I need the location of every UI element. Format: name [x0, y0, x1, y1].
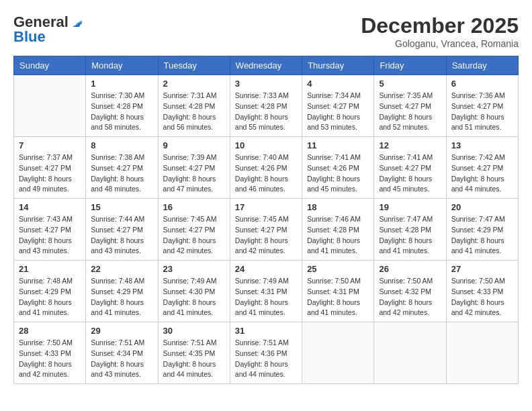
day-number: 29 [91, 326, 152, 336]
column-header-sunday: Sunday [14, 56, 86, 75]
calendar-cell: 7Sunrise: 7:37 AM Sunset: 4:27 PM Daylig… [14, 137, 86, 199]
calendar-cell: 11Sunrise: 7:41 AM Sunset: 4:26 PM Dayli… [302, 137, 374, 199]
logo: General Blue [13, 13, 85, 46]
calendar-cell: 9Sunrise: 7:39 AM Sunset: 4:27 PM Daylig… [158, 137, 230, 199]
day-info: Sunrise: 7:47 AM Sunset: 4:29 PM Dayligh… [451, 214, 513, 257]
calendar-table: SundayMondayTuesdayWednesdayThursdayFrid… [13, 56, 519, 384]
day-info: Sunrise: 7:41 AM Sunset: 4:27 PM Dayligh… [379, 152, 441, 195]
day-number: 5 [379, 79, 441, 89]
day-info: Sunrise: 7:33 AM Sunset: 4:28 PM Dayligh… [235, 91, 297, 133]
day-number: 16 [163, 202, 225, 212]
calendar-cell: 1Sunrise: 7:30 AM Sunset: 4:28 PM Daylig… [86, 75, 158, 137]
day-info: Sunrise: 7:43 AM Sunset: 4:27 PM Dayligh… [19, 214, 81, 257]
day-info: Sunrise: 7:31 AM Sunset: 4:28 PM Dayligh… [163, 91, 225, 133]
day-number: 27 [451, 264, 513, 274]
column-header-monday: Monday [86, 56, 158, 75]
day-number: 1 [91, 79, 152, 89]
day-info: Sunrise: 7:51 AM Sunset: 4:34 PM Dayligh… [91, 338, 152, 380]
day-info: Sunrise: 7:45 AM Sunset: 4:27 PM Dayligh… [163, 214, 225, 257]
column-header-friday: Friday [374, 56, 446, 75]
calendar-cell: 4Sunrise: 7:34 AM Sunset: 4:27 PM Daylig… [302, 75, 374, 137]
day-info: Sunrise: 7:49 AM Sunset: 4:31 PM Dayligh… [235, 276, 297, 318]
week-row-1: 1Sunrise: 7:30 AM Sunset: 4:28 PM Daylig… [14, 75, 519, 137]
calendar-cell [374, 322, 446, 384]
day-info: Sunrise: 7:48 AM Sunset: 4:29 PM Dayligh… [91, 276, 152, 318]
day-number: 28 [19, 326, 81, 336]
logo-blue: Blue [13, 28, 46, 46]
calendar-cell: 22Sunrise: 7:48 AM Sunset: 4:29 PM Dayli… [86, 261, 158, 322]
day-info: Sunrise: 7:34 AM Sunset: 4:27 PM Dayligh… [307, 91, 369, 133]
calendar-cell: 18Sunrise: 7:46 AM Sunset: 4:28 PM Dayli… [302, 199, 374, 261]
day-number: 6 [451, 79, 513, 89]
day-number: 17 [235, 202, 297, 212]
day-info: Sunrise: 7:46 AM Sunset: 4:28 PM Dayligh… [307, 214, 369, 257]
day-info: Sunrise: 7:51 AM Sunset: 4:36 PM Dayligh… [235, 338, 297, 380]
calendar-cell: 3Sunrise: 7:33 AM Sunset: 4:28 PM Daylig… [230, 75, 302, 137]
day-info: Sunrise: 7:50 AM Sunset: 4:32 PM Dayligh… [379, 276, 441, 318]
day-info: Sunrise: 7:42 AM Sunset: 4:27 PM Dayligh… [451, 152, 513, 195]
day-number: 22 [91, 264, 152, 274]
day-info: Sunrise: 7:41 AM Sunset: 4:26 PM Dayligh… [307, 152, 369, 195]
calendar-cell: 16Sunrise: 7:45 AM Sunset: 4:27 PM Dayli… [158, 199, 230, 261]
calendar-cell [446, 322, 518, 384]
day-number: 8 [91, 140, 152, 150]
day-number: 15 [91, 202, 152, 212]
day-number: 20 [451, 202, 513, 212]
day-info: Sunrise: 7:47 AM Sunset: 4:28 PM Dayligh… [379, 214, 441, 257]
calendar-cell: 25Sunrise: 7:50 AM Sunset: 4:31 PM Dayli… [302, 261, 374, 322]
day-number: 12 [379, 140, 441, 150]
calendar-cell: 10Sunrise: 7:40 AM Sunset: 4:26 PM Dayli… [230, 137, 302, 199]
day-number: 23 [163, 264, 225, 274]
day-number: 31 [235, 326, 297, 336]
day-info: Sunrise: 7:51 AM Sunset: 4:35 PM Dayligh… [163, 338, 225, 380]
calendar-cell: 2Sunrise: 7:31 AM Sunset: 4:28 PM Daylig… [158, 75, 230, 137]
calendar-cell: 14Sunrise: 7:43 AM Sunset: 4:27 PM Dayli… [14, 199, 86, 261]
svg-marker-1 [75, 20, 82, 24]
day-info: Sunrise: 7:48 AM Sunset: 4:29 PM Dayligh… [19, 276, 81, 318]
column-header-saturday: Saturday [446, 56, 518, 75]
page-header: General Blue December 2025 Gologanu, Vra… [13, 13, 519, 49]
day-info: Sunrise: 7:50 AM Sunset: 4:33 PM Dayligh… [19, 338, 81, 380]
week-row-5: 28Sunrise: 7:50 AM Sunset: 4:33 PM Dayli… [14, 322, 519, 384]
logo-icon [70, 15, 85, 30]
calendar-header-row: SundayMondayTuesdayWednesdayThursdayFrid… [14, 56, 519, 75]
day-number: 11 [307, 140, 369, 150]
day-info: Sunrise: 7:45 AM Sunset: 4:27 PM Dayligh… [235, 214, 297, 257]
day-info: Sunrise: 7:49 AM Sunset: 4:30 PM Dayligh… [163, 276, 225, 318]
title-block: December 2025 Gologanu, Vrancea, Romania [361, 13, 519, 49]
column-header-thursday: Thursday [302, 56, 374, 75]
month-title: December 2025 [361, 13, 519, 38]
day-info: Sunrise: 7:50 AM Sunset: 4:33 PM Dayligh… [451, 276, 513, 318]
calendar-cell: 24Sunrise: 7:49 AM Sunset: 4:31 PM Dayli… [230, 261, 302, 322]
day-info: Sunrise: 7:44 AM Sunset: 4:27 PM Dayligh… [91, 214, 152, 257]
calendar-cell: 19Sunrise: 7:47 AM Sunset: 4:28 PM Dayli… [374, 199, 446, 261]
day-info: Sunrise: 7:40 AM Sunset: 4:26 PM Dayligh… [235, 152, 297, 195]
day-info: Sunrise: 7:36 AM Sunset: 4:27 PM Dayligh… [451, 91, 513, 133]
calendar-cell: 30Sunrise: 7:51 AM Sunset: 4:35 PM Dayli… [158, 322, 230, 384]
day-number: 4 [307, 79, 369, 89]
day-info: Sunrise: 7:38 AM Sunset: 4:27 PM Dayligh… [91, 152, 152, 195]
day-info: Sunrise: 7:35 AM Sunset: 4:27 PM Dayligh… [379, 91, 441, 133]
calendar-cell: 29Sunrise: 7:51 AM Sunset: 4:34 PM Dayli… [86, 322, 158, 384]
location: Gologanu, Vrancea, Romania [361, 38, 519, 49]
day-number: 18 [307, 202, 369, 212]
calendar-cell: 26Sunrise: 7:50 AM Sunset: 4:32 PM Dayli… [374, 261, 446, 322]
calendar-cell [14, 75, 86, 137]
week-row-3: 14Sunrise: 7:43 AM Sunset: 4:27 PM Dayli… [14, 199, 519, 261]
calendar-cell: 5Sunrise: 7:35 AM Sunset: 4:27 PM Daylig… [374, 75, 446, 137]
calendar-cell: 6Sunrise: 7:36 AM Sunset: 4:27 PM Daylig… [446, 75, 518, 137]
calendar-cell: 31Sunrise: 7:51 AM Sunset: 4:36 PM Dayli… [230, 322, 302, 384]
calendar-cell: 27Sunrise: 7:50 AM Sunset: 4:33 PM Dayli… [446, 261, 518, 322]
calendar-cell: 13Sunrise: 7:42 AM Sunset: 4:27 PM Dayli… [446, 137, 518, 199]
calendar-cell [302, 322, 374, 384]
day-info: Sunrise: 7:30 AM Sunset: 4:28 PM Dayligh… [91, 91, 152, 133]
week-row-2: 7Sunrise: 7:37 AM Sunset: 4:27 PM Daylig… [14, 137, 519, 199]
day-number: 21 [19, 264, 81, 274]
day-number: 24 [235, 264, 297, 274]
calendar-cell: 23Sunrise: 7:49 AM Sunset: 4:30 PM Dayli… [158, 261, 230, 322]
day-number: 14 [19, 202, 81, 212]
day-info: Sunrise: 7:39 AM Sunset: 4:27 PM Dayligh… [163, 152, 225, 195]
day-info: Sunrise: 7:37 AM Sunset: 4:27 PM Dayligh… [19, 152, 81, 195]
day-number: 19 [379, 202, 441, 212]
day-number: 13 [451, 140, 513, 150]
